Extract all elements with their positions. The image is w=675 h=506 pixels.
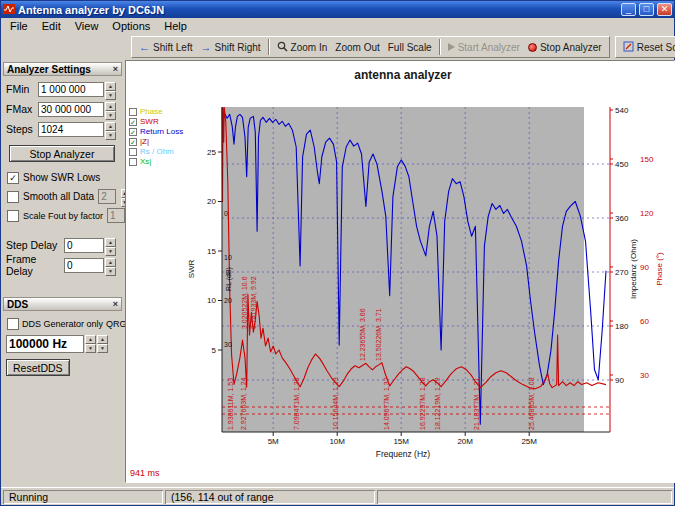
spin-down-icon[interactable]: ▼: [105, 131, 116, 140]
spin-down-icon[interactable]: ▼: [97, 344, 108, 353]
menu-file[interactable]: File: [3, 19, 35, 33]
status-running: Running: [3, 490, 163, 504]
fmax-input[interactable]: [38, 102, 104, 117]
legend-checkbox[interactable]: ✓: [129, 138, 137, 146]
spin-up-icon[interactable]: ▲: [97, 335, 108, 344]
axis-text: 270: [615, 268, 629, 277]
analyzer-settings-title: Analyzer Settings: [7, 64, 91, 75]
zoom-out-button[interactable]: Zoom Out: [331, 40, 383, 55]
dds-fine-spinner[interactable]: ▲▼: [97, 335, 108, 353]
spin-up-icon[interactable]: ▲: [105, 102, 116, 111]
axis-text: 540: [615, 106, 629, 115]
menu-view[interactable]: View: [68, 19, 106, 33]
fmin-spinner[interactable]: ▲▼: [105, 82, 116, 97]
analyzer-settings-header: Analyzer Settings ×: [3, 62, 122, 76]
arrow-left-icon: ←: [139, 42, 150, 52]
dds-header: DDS ×: [3, 297, 122, 311]
reset-scaling-button[interactable]: Reset Scaling: [619, 39, 675, 56]
axis-text: 60: [640, 317, 649, 326]
close-button[interactable]: ✕: [657, 3, 672, 16]
stop-record-icon: [528, 43, 537, 52]
menu-edit[interactable]: Edit: [35, 19, 68, 33]
steps-spinner[interactable]: ▲▼: [105, 122, 116, 137]
stop-analyzer-sidebar-button[interactable]: Stop Analyzer: [9, 145, 115, 162]
shift-right-button[interactable]: → Shift Right: [196, 40, 264, 55]
swr-annotation: 2.927663M, 1.24: [240, 377, 247, 430]
app-window: Antenna analyzer by DC6JN _ □ ✕ File Edi…: [0, 0, 675, 506]
dds-generator-label: DDS Generator only: [22, 319, 103, 329]
full-scale-button[interactable]: Full Scale: [384, 40, 436, 55]
spin-up-icon[interactable]: ▲: [105, 82, 116, 91]
swr-annotation: 10.15644M, 1.29: [332, 377, 339, 430]
chart-panel: 25201510501020305M10M15M20M25MFrequenz (…: [125, 60, 675, 483]
legend-checkbox[interactable]: [129, 148, 137, 156]
swr-annotation: 16.92237M, 1.38: [419, 377, 426, 430]
spin-up-icon[interactable]: ▲: [105, 258, 116, 267]
steps-input[interactable]: [38, 122, 104, 137]
frame-delay-spinner[interactable]: ▲▼: [105, 258, 116, 273]
frame-delay-input[interactable]: [64, 258, 104, 273]
chart-canvas[interactable]: 25201510501020305M10M15M20M25MFrequenz (…: [126, 61, 674, 482]
step-delay-input[interactable]: [64, 238, 104, 253]
shift-left-button[interactable]: ← Shift Left: [135, 40, 196, 55]
menu-options[interactable]: Options: [105, 19, 157, 33]
status-bar: Running (156, 114 out of range: [1, 487, 674, 505]
axis-text: 25M: [521, 437, 537, 446]
stop-analyzer-button[interactable]: Stop Analyzer: [524, 40, 606, 55]
reset-scaling-label: Reset Scaling: [637, 42, 675, 53]
reset-dds-button[interactable]: ResetDDS: [6, 359, 70, 376]
fmin-row: FMin ▲▼: [3, 79, 122, 99]
axis-text: 5: [212, 346, 217, 355]
toolbar-separator: [439, 39, 441, 55]
spin-down-icon[interactable]: ▼: [105, 267, 116, 276]
swr-annotation: 21.18377M, 1.21: [473, 377, 480, 430]
axis-title: Phase (°): [655, 252, 664, 286]
swr-annotation: 3.020522M, 10.6: [241, 276, 248, 329]
fmax-spinner[interactable]: ▲▼: [105, 102, 116, 117]
legend-checkbox[interactable]: [129, 108, 137, 116]
axis-text: 360: [615, 214, 629, 223]
show-swr-lows-checkbox[interactable]: ✓: [7, 172, 19, 184]
step-delay-row: Step Delay ▲▼: [3, 235, 122, 255]
scale-fout-checkbox[interactable]: [7, 210, 19, 222]
axis-text: 10: [207, 296, 216, 305]
legend-checkbox[interactable]: ✓: [129, 128, 137, 136]
arrow-right-icon: →: [200, 42, 211, 52]
panel-close-icon[interactable]: ×: [113, 300, 118, 309]
axis-text: 90: [640, 263, 649, 272]
panel-close-icon[interactable]: ×: [113, 65, 118, 74]
legend-item-z: ✓ |Z|: [129, 137, 183, 146]
step-delay-spinner[interactable]: ▲▼: [105, 238, 116, 253]
spin-down-icon[interactable]: ▼: [85, 344, 96, 353]
scale-fout-row: Scale Fout by factor ▲▼: [3, 206, 122, 225]
spin-up-icon[interactable]: ▲: [85, 335, 96, 344]
legend-checkbox[interactable]: [129, 158, 137, 166]
legend-item-return-loss: ✓ Return Loss: [129, 127, 183, 136]
legend-item-swr: ✓ SWR: [129, 117, 183, 126]
status-empty: [377, 490, 672, 504]
qrg-label: QRG: [106, 319, 127, 329]
spin-up-icon[interactable]: ▲: [105, 122, 116, 131]
smooth-value-input[interactable]: [98, 189, 116, 204]
dds-coarse-spinner[interactable]: ▲▼: [85, 335, 96, 353]
menu-help[interactable]: Help: [157, 19, 194, 33]
axis-text: 30: [224, 341, 232, 348]
start-analyzer-button[interactable]: Start Analyzer: [444, 40, 524, 55]
show-swr-lows-label: Show SWR Lows: [23, 172, 100, 183]
dds-frequency-input[interactable]: [6, 335, 84, 353]
toolbar: ← Shift Left → Shift Right Zoom In Zoom …: [1, 34, 674, 60]
scale-value-input[interactable]: [107, 208, 125, 223]
spin-up-icon[interactable]: ▲: [105, 238, 116, 247]
swr-annotation: 18.12219M, 1.29: [434, 377, 441, 430]
show-swr-lows-row: ✓ Show SWR Lows: [3, 168, 122, 187]
zoom-in-button[interactable]: Zoom In: [273, 39, 332, 56]
fmax-label: FMax: [3, 103, 38, 115]
minimize-button[interactable]: _: [621, 3, 636, 16]
dds-generator-checkbox[interactable]: [7, 318, 19, 330]
legend-checkbox[interactable]: ✓: [129, 118, 137, 126]
smooth-all-data-label: Smooth all Data: [23, 191, 94, 202]
smooth-all-data-checkbox[interactable]: [7, 191, 19, 203]
maximize-button[interactable]: □: [639, 3, 654, 16]
fmin-input[interactable]: [38, 82, 104, 97]
axis-title: SWR: [187, 259, 196, 278]
